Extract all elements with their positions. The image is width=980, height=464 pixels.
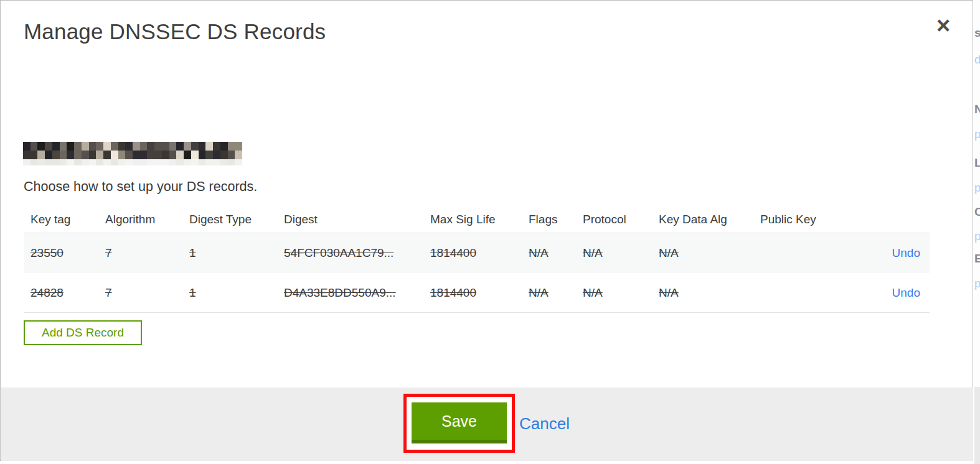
cell-algorithm: 7 xyxy=(105,246,112,259)
background-text-fragment: C xyxy=(974,205,980,219)
background-text-fragment: p xyxy=(974,277,980,290)
background-text-fragment: p xyxy=(974,230,980,243)
background-page-strip: sdNpLpCpEp xyxy=(974,0,980,464)
background-text-fragment: L xyxy=(974,156,980,170)
cell-max-sig-life: 1814400 xyxy=(430,286,476,299)
cell-key-data-alg: N/A xyxy=(659,246,679,259)
close-icon[interactable]: × xyxy=(931,12,956,39)
undo-link[interactable]: Undo xyxy=(892,286,920,299)
cell-protocol: N/A xyxy=(583,286,603,299)
cell-digest: 54FCF030AA1C79... xyxy=(284,246,393,259)
background-text-fragment: N xyxy=(974,103,980,116)
cell-flags: N/A xyxy=(529,246,549,259)
save-button[interactable]: Save xyxy=(412,402,507,443)
table-row: 24828 7 1 D4A33E8DD550A9... 1814400 N/A … xyxy=(24,273,930,313)
dnssec-ds-records-dialog: Manage DNSSEC DS Records × Choose how to… xyxy=(0,0,973,461)
cell-key-data-alg: N/A xyxy=(659,286,679,299)
column-header-key-tag: Key tag xyxy=(24,213,105,226)
intro-text: Choose how to set up your DS records. xyxy=(24,179,257,195)
column-header-algorithm: Algorithm xyxy=(105,213,189,226)
table-header-row: Key tag Algorithm Digest Type Digest Max… xyxy=(24,206,930,233)
column-header-digest: Digest xyxy=(284,213,430,226)
ds-records-table: Key tag Algorithm Digest Type Digest Max… xyxy=(24,206,930,313)
cell-key-tag: 24828 xyxy=(31,286,64,299)
cell-digest-type: 1 xyxy=(189,246,196,259)
cell-max-sig-life: 1814400 xyxy=(430,246,476,259)
background-text-fragment: p xyxy=(974,181,980,195)
column-header-protocol: Protocol xyxy=(583,213,659,226)
redacted-domain-name xyxy=(23,142,242,165)
cell-protocol: N/A xyxy=(583,246,603,259)
cell-digest: D4A33E8DD550A9... xyxy=(284,286,396,299)
add-ds-record-button[interactable]: Add DS Record xyxy=(24,320,142,345)
background-text-fragment: s xyxy=(974,26,980,40)
annotation-highlight: Save xyxy=(403,394,515,453)
cancel-link[interactable]: Cancel xyxy=(519,414,570,434)
cell-flags: N/A xyxy=(529,286,549,299)
undo-link[interactable]: Undo xyxy=(892,246,920,259)
cell-key-tag: 23550 xyxy=(31,246,64,259)
cell-algorithm: 7 xyxy=(105,286,112,299)
page-title: Manage DNSSEC DS Records xyxy=(24,19,326,44)
table-row: 23550 7 1 54FCF030AA1C79... 1814400 N/A … xyxy=(24,233,930,273)
column-header-flags: Flags xyxy=(529,213,583,226)
background-page-footer xyxy=(974,387,980,464)
column-header-max-sig-life: Max Sig Life xyxy=(430,213,529,226)
cell-digest-type: 1 xyxy=(189,286,196,299)
background-text-fragment: p xyxy=(974,128,980,141)
background-text-fragment: d xyxy=(974,53,980,67)
column-header-digest-type: Digest Type xyxy=(189,213,284,226)
column-header-key-data-alg: Key Data Alg xyxy=(659,213,760,226)
background-text-fragment: E xyxy=(974,252,980,266)
column-header-public-key: Public Key xyxy=(760,213,872,226)
